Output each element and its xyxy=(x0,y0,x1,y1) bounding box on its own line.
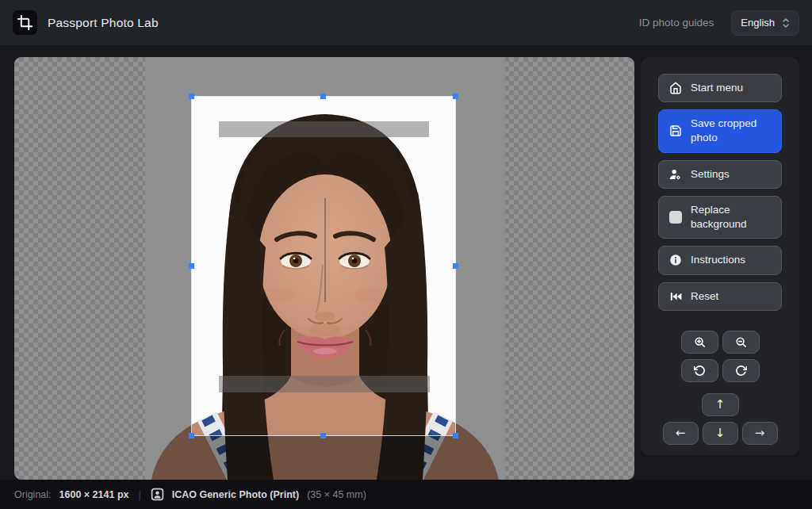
move-down-button[interactable]: ↓ xyxy=(703,422,738,445)
replace-background-label: Replace background xyxy=(691,203,772,232)
status-separator: | xyxy=(136,489,142,500)
passport-photo-lab-window: Passport Photo Lab ID photo guides Engli… xyxy=(0,0,812,509)
move-left-button[interactable]: ← xyxy=(663,422,699,445)
crop-handle-bottom-right[interactable] xyxy=(453,433,458,438)
move-up-button[interactable]: ↑ xyxy=(702,393,739,416)
start-menu-label: Start menu xyxy=(691,81,772,95)
original-size-value: 1600 × 2141 px xyxy=(59,489,129,500)
face-center-line xyxy=(324,198,326,302)
background-swatch-icon xyxy=(668,211,682,224)
rotate-right-button[interactable] xyxy=(722,359,760,382)
crop-handle-top-right[interactable] xyxy=(453,94,458,99)
reset-label: Reset xyxy=(691,289,772,304)
id-photo-guides-link[interactable]: ID photo guides xyxy=(639,17,714,29)
rotate-ccw-icon xyxy=(694,365,706,377)
arrow-up-icon: ↑ xyxy=(715,397,726,411)
portrait-format-icon xyxy=(151,488,164,501)
magnifier-minus-icon xyxy=(735,336,747,348)
save-floppy-icon xyxy=(668,124,682,137)
zoom-out-button[interactable] xyxy=(722,331,760,354)
crop-handle-top-left[interactable] xyxy=(189,94,194,99)
move-right-button[interactable]: → xyxy=(742,422,778,445)
rewind-icon xyxy=(668,291,682,302)
rotate-cw-icon xyxy=(735,365,747,377)
magnifier-plus-icon xyxy=(694,336,706,348)
reset-button[interactable]: Reset xyxy=(658,282,782,311)
updown-chevron-icon xyxy=(782,17,790,29)
canvas-controls: ↑ ← ↓ → xyxy=(658,331,782,445)
format-name: ICAO Generic Photo (Print) xyxy=(172,489,299,500)
save-cropped-photo-button[interactable]: Save cropped photo xyxy=(658,109,782,152)
crop-handle-middle-left[interactable] xyxy=(189,263,194,269)
chin-guide-bar xyxy=(219,376,430,392)
save-cropped-photo-label: Save cropped photo xyxy=(691,117,772,145)
replace-background-button[interactable]: Replace background xyxy=(658,196,782,239)
crop-handle-middle-right[interactable] xyxy=(453,263,458,269)
header-bar: Passport Photo Lab ID photo guides Engli… xyxy=(0,0,812,45)
rotate-left-button[interactable] xyxy=(681,359,718,382)
instructions-button[interactable]: Instructions xyxy=(658,246,782,274)
crop-handle-bottom-left[interactable] xyxy=(189,433,194,438)
original-label: Original: xyxy=(14,489,52,500)
format-dimensions: (35 × 45 mm) xyxy=(307,489,366,500)
instructions-label: Instructions xyxy=(691,253,772,267)
crop-handle-top-middle[interactable] xyxy=(320,94,326,99)
app-logo xyxy=(13,10,37,35)
crop-rectangle[interactable] xyxy=(191,96,456,436)
info-icon xyxy=(668,254,682,266)
home-icon xyxy=(668,82,682,94)
page-title: Passport Photo Lab xyxy=(48,16,159,30)
editor-canvas[interactable] xyxy=(14,57,634,480)
arrow-right-icon: → xyxy=(755,426,765,440)
start-menu-button[interactable]: Start menu xyxy=(658,74,782,102)
arrow-left-icon: ← xyxy=(676,426,686,440)
crown-guide-bar xyxy=(219,121,429,137)
zoom-in-button[interactable] xyxy=(681,331,718,354)
settings-button[interactable]: Settings xyxy=(658,160,782,189)
user-gear-icon xyxy=(668,168,682,181)
arrow-down-icon: ↓ xyxy=(715,426,726,440)
language-select[interactable]: English xyxy=(731,10,799,36)
status-bar: Original: 1600 × 2141 px | ICAO Generic … xyxy=(0,480,812,509)
crop-icon xyxy=(17,15,33,30)
tools-sidebar: Start menu Save cropped photo Settings R… xyxy=(641,57,799,455)
settings-label: Settings xyxy=(691,167,772,182)
crop-handle-bottom-middle[interactable] xyxy=(320,433,326,438)
language-value: English xyxy=(741,17,775,29)
